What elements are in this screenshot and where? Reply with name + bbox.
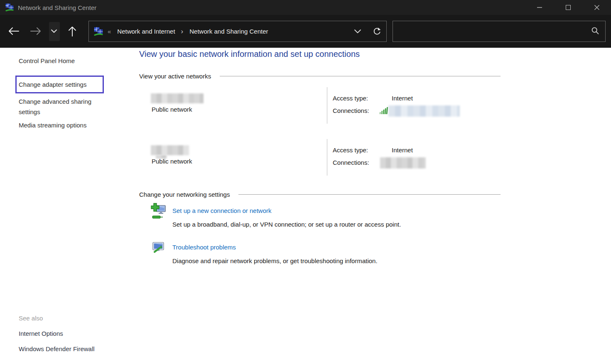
sidebar-item-internet-options[interactable]: Internet Options xyxy=(19,330,63,337)
access-type-value: Internet xyxy=(392,95,413,102)
chevron-down-icon xyxy=(51,29,57,33)
redacted-network-name xyxy=(151,145,189,155)
recent-locations-dropdown[interactable] xyxy=(51,29,57,33)
sidebar-item-windows-defender-firewall[interactable]: Windows Defender Firewall xyxy=(19,345,95,352)
access-type-label: Access type: xyxy=(333,95,368,102)
active-network-row: Public network Access type: Internet Con… xyxy=(139,139,501,176)
network-sharing-center-icon xyxy=(93,27,104,37)
networking-settings-section-header: Change your networking settings xyxy=(139,191,501,198)
up-arrow-icon xyxy=(68,25,77,37)
sidebar-item-change-advanced-sharing-settings[interactable]: Change advanced sharing settings xyxy=(19,96,107,117)
section-divider xyxy=(238,194,501,195)
titlebar: Network and Sharing Center xyxy=(0,0,611,15)
access-type-label: Access type: xyxy=(333,147,368,154)
active-networks-section-header: View your active networks xyxy=(139,72,501,80)
connections-label: Connections: xyxy=(333,107,369,114)
redacted-network-name xyxy=(151,93,204,103)
column-divider xyxy=(327,139,327,176)
search-icon[interactable] xyxy=(591,27,599,37)
network-category: Public network xyxy=(152,106,192,113)
new-connection-icon xyxy=(150,202,167,222)
main-panel: View your basic network information and … xyxy=(139,48,501,364)
maximize-button[interactable] xyxy=(554,0,582,15)
close-icon xyxy=(594,5,600,10)
refresh-icon xyxy=(373,27,381,36)
breadcrumb-item-network-and-sharing-center[interactable]: Network and Sharing Center xyxy=(189,28,268,35)
section-divider xyxy=(220,76,501,76)
address-bar[interactable]: « Network and Internet › Network and Sha… xyxy=(88,21,387,42)
address-dropdown-button[interactable] xyxy=(348,21,367,42)
forward-button[interactable] xyxy=(29,27,42,36)
breadcrumb-collapsed-marker[interactable]: « xyxy=(108,28,111,35)
minimize-button[interactable] xyxy=(525,0,554,15)
sidebar-item-control-panel-home[interactable]: Control Panel Home xyxy=(19,57,75,64)
connections-label: Connections: xyxy=(333,159,369,166)
network-sharing-center-window: Network and Sharing Center xyxy=(0,0,611,364)
sidebar-item-change-adapter-settings[interactable]: Change adapter settings xyxy=(19,81,86,88)
window-title: Network and Sharing Center xyxy=(18,4,96,11)
troubleshoot-problems-link[interactable]: Troubleshoot problems xyxy=(172,244,236,251)
back-arrow-icon xyxy=(7,27,20,36)
refresh-button[interactable] xyxy=(367,21,386,42)
minimize-icon xyxy=(537,5,542,10)
active-networks-label: View your active networks xyxy=(139,73,211,80)
active-network-row: Public network Access type: Internet Con… xyxy=(139,87,501,124)
breadcrumb-item-network-and-internet[interactable]: Network and Internet xyxy=(117,28,175,35)
column-divider xyxy=(327,87,327,124)
access-type-value: Internet xyxy=(392,147,413,154)
setup-new-connection-link[interactable]: Set up a new connection or network xyxy=(172,207,271,214)
redacted-connection-name[interactable] xyxy=(388,105,460,117)
redacted-connection-name[interactable] xyxy=(380,157,426,169)
network-sharing-center-icon xyxy=(5,3,14,12)
up-button[interactable] xyxy=(68,25,77,37)
see-also-heading: See also xyxy=(19,315,43,322)
sidebar-item-media-streaming-options[interactable]: Media streaming options xyxy=(19,122,86,129)
troubleshoot-icon xyxy=(152,241,164,255)
close-button[interactable] xyxy=(582,0,611,15)
setup-new-connection-description: Set up a broadband, dial-up, or VPN conn… xyxy=(172,221,401,228)
search-input[interactable] xyxy=(393,21,591,42)
network-category: Public network xyxy=(152,158,192,165)
window-controls xyxy=(525,0,611,15)
back-button[interactable] xyxy=(7,27,20,36)
breadcrumb-separator-icon[interactable]: › xyxy=(181,28,184,35)
page-title: View your basic network information and … xyxy=(139,49,360,59)
search-box[interactable] xyxy=(393,21,606,42)
content-area: Control Panel Home Change adapter settin… xyxy=(0,48,611,364)
wifi-signal-icon xyxy=(380,106,388,116)
troubleshoot-problems-description: Diagnose and repair network problems, or… xyxy=(172,257,378,264)
forward-arrow-icon xyxy=(29,27,42,36)
networking-settings-label: Change your networking settings xyxy=(139,191,230,198)
maximize-icon xyxy=(566,5,571,10)
chevron-down-icon xyxy=(354,29,361,34)
navigation-bar: « Network and Internet › Network and Sha… xyxy=(0,15,611,48)
